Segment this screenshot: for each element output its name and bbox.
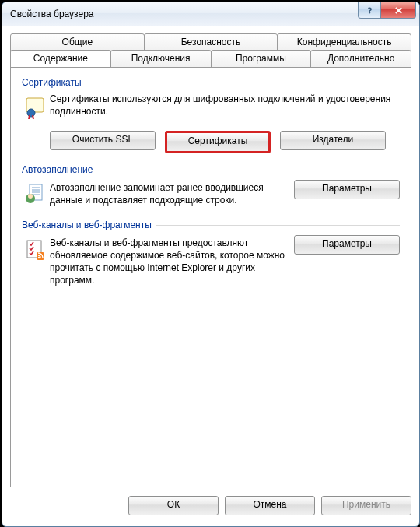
tab-programs[interactable]: Программы	[211, 50, 312, 69]
svg-text:?: ?	[368, 6, 372, 15]
clear-ssl-button[interactable]: Очистить SSL	[50, 131, 156, 150]
tab-strip: Общие Безопасность Конфиденциальность Со…	[10, 33, 411, 68]
window-title: Свойства браузера	[10, 9, 94, 19]
svg-point-5	[28, 194, 33, 199]
cancel-button[interactable]: Отмена	[225, 496, 315, 515]
svg-point-8	[38, 257, 40, 258]
help-button[interactable]: ?	[358, 2, 381, 19]
feeds-desc: Веб-каналы и веб-фрагменты предоставляют…	[50, 235, 294, 286]
group-label: Сертификаты	[22, 77, 82, 88]
tab-content[interactable]: Содержание	[10, 50, 111, 69]
ok-button[interactable]: ОК	[128, 496, 219, 515]
apply-button[interactable]: Применить	[321, 496, 411, 515]
tab-advanced[interactable]: Дополнительно	[310, 50, 411, 69]
publishers-button[interactable]: Издатели	[280, 131, 386, 150]
close-button[interactable]	[380, 2, 416, 19]
dialog-footer: ОК Отмена Применить	[10, 492, 411, 518]
group-feeds: Веб-каналы и веб-фрагменты Веб-каналы и …	[22, 220, 400, 286]
tab-panel-content: Сертификаты Сертификаты используются для…	[10, 67, 411, 487]
certificate-icon	[22, 93, 50, 121]
client-area: Общие Безопасность Конфиденциальность Со…	[10, 33, 411, 518]
autocomplete-icon	[22, 180, 50, 209]
group-label: Веб-каналы и веб-фрагменты	[22, 220, 152, 230]
autocomplete-desc: Автозаполнение запоминает ранее вводивши…	[50, 180, 294, 206]
group-certificates: Сертификаты Сертификаты используются для…	[22, 77, 400, 153]
autocomplete-settings-button[interactable]: Параметры	[294, 180, 400, 199]
window-buttons: ?	[359, 2, 416, 19]
group-label: Автозаполнение	[22, 164, 93, 175]
dialog-window: Свойства браузера ? Общие Безопасность К…	[2, 2, 420, 527]
certificates-button[interactable]: Сертификаты	[165, 131, 271, 153]
feeds-settings-button[interactable]: Параметры	[294, 235, 400, 255]
feeds-icon	[22, 235, 50, 264]
tab-connections[interactable]: Подключения	[110, 50, 212, 69]
certificates-desc: Сертификаты используются для шифрованных…	[50, 93, 400, 121]
group-autocomplete: Автозаполнение Автозаполнение запоминает…	[22, 164, 400, 209]
svg-point-2	[27, 109, 35, 117]
titlebar: Свойства браузера ?	[2, 2, 419, 26]
